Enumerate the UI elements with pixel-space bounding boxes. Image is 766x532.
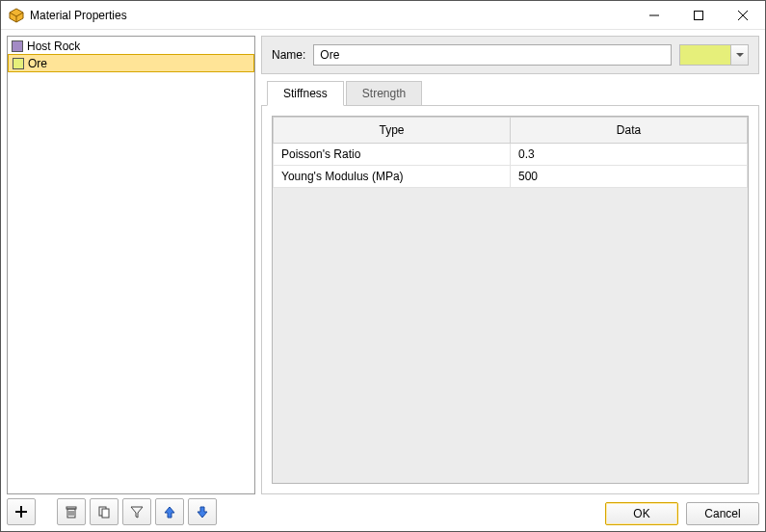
- maximize-button[interactable]: [676, 1, 721, 29]
- cell-data[interactable]: 0.3: [511, 144, 748, 166]
- window-controls: [632, 1, 765, 29]
- svg-rect-12: [66, 507, 76, 509]
- cancel-button[interactable]: Cancel: [686, 502, 759, 525]
- dialog-body: Host Rock Ore: [1, 30, 765, 531]
- titlebar: Material Properties: [1, 1, 765, 30]
- filter-icon: [130, 505, 144, 519]
- button-label: OK: [633, 507, 649, 520]
- swatch-icon: [12, 40, 23, 52]
- color-dropdown-button[interactable]: [730, 45, 748, 65]
- list-toolbar: [7, 498, 255, 525]
- material-item-label: Host Rock: [27, 40, 80, 53]
- dialog-window: Material Properties Host Rock: [0, 0, 766, 532]
- name-row: Name:: [261, 36, 759, 74]
- material-item-label: Ore: [28, 57, 47, 70]
- svg-marker-17: [198, 507, 207, 518]
- tab-strip: Stiffness Strength: [261, 81, 759, 106]
- tab-body: Type Data Poisson's Ratio 0.3 Young's Mo…: [261, 105, 759, 494]
- swatch-icon: [13, 58, 24, 69]
- app-icon: [9, 8, 24, 23]
- tab-label: Stiffness: [283, 87, 328, 100]
- col-header-type[interactable]: Type: [274, 118, 511, 144]
- col-header-data[interactable]: Data: [511, 118, 748, 144]
- material-item-ore[interactable]: Ore: [8, 54, 254, 72]
- dialog-buttons: OK Cancel: [261, 494, 759, 525]
- property-grid: Type Data Poisson's Ratio 0.3 Young's Mo…: [272, 116, 749, 484]
- move-down-button[interactable]: [188, 498, 217, 525]
- right-panel: Name: Stiffness Strength: [261, 36, 759, 525]
- close-button[interactable]: [721, 1, 765, 29]
- arrow-down-icon: [196, 505, 209, 519]
- material-list[interactable]: Host Rock Ore: [7, 36, 255, 494]
- copy-button[interactable]: [90, 498, 119, 525]
- name-label: Name:: [272, 48, 305, 62]
- tab-stiffness[interactable]: Stiffness: [267, 81, 344, 106]
- add-button[interactable]: [7, 498, 36, 525]
- table-header-row: Type Data: [274, 118, 748, 144]
- color-swatch: [680, 45, 730, 65]
- filter-button[interactable]: [122, 498, 151, 525]
- plus-icon: [14, 505, 28, 519]
- table-row[interactable]: Young's Modulus (MPa) 500: [274, 166, 748, 188]
- property-table: Type Data Poisson's Ratio 0.3 Young's Mo…: [273, 117, 748, 188]
- button-label: Cancel: [704, 507, 740, 520]
- tab-label: Strength: [362, 87, 406, 100]
- cell-type: Young's Modulus (MPa): [274, 166, 511, 188]
- minimize-button[interactable]: [632, 1, 676, 29]
- cell-type: Poisson's Ratio: [274, 144, 511, 166]
- trash-icon: [65, 505, 78, 519]
- color-picker[interactable]: [679, 44, 749, 66]
- tab-strength[interactable]: Strength: [346, 81, 422, 105]
- delete-button[interactable]: [57, 498, 86, 525]
- svg-marker-16: [165, 507, 174, 518]
- material-item-host-rock[interactable]: Host Rock: [8, 37, 254, 55]
- svg-marker-18: [736, 53, 744, 57]
- table-row[interactable]: Poisson's Ratio 0.3: [274, 144, 748, 166]
- cell-data[interactable]: 500: [511, 166, 748, 188]
- window-title: Material Properties: [30, 9, 632, 22]
- svg-rect-3: [695, 11, 703, 19]
- chevron-down-icon: [736, 51, 744, 59]
- grid-empty-area: [273, 188, 748, 483]
- copy-icon: [97, 505, 111, 519]
- ok-button[interactable]: OK: [605, 502, 678, 525]
- move-up-button[interactable]: [155, 498, 184, 525]
- arrow-up-icon: [163, 505, 176, 519]
- svg-marker-15: [131, 507, 143, 518]
- svg-rect-14: [102, 509, 109, 518]
- left-panel: Host Rock Ore: [7, 36, 255, 525]
- name-input[interactable]: [313, 44, 672, 66]
